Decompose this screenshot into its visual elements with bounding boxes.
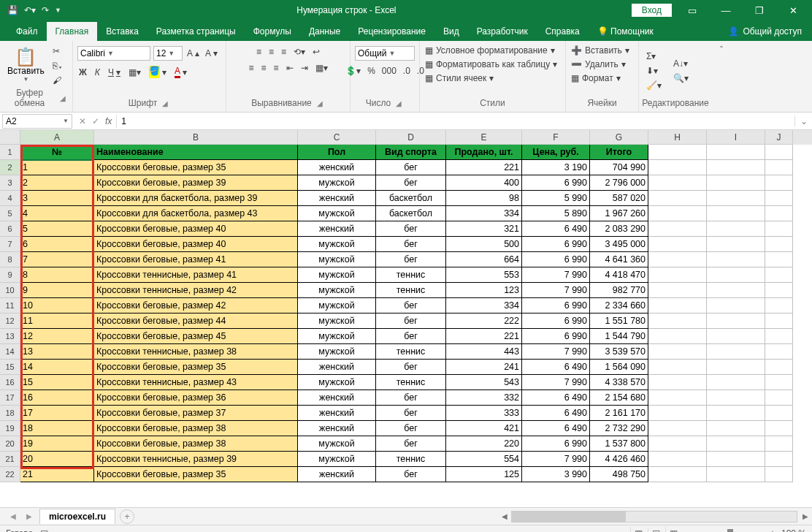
cell[interactable]: бег — [376, 221, 446, 237]
row-header[interactable]: 17 — [0, 390, 20, 406]
cell[interactable]: 2 161 170 — [590, 406, 648, 421]
minimize-icon[interactable]: — — [713, 5, 739, 16]
align-bottom-icon[interactable]: ≡ — [280, 46, 288, 58]
autosum-icon[interactable]: Σ▾ — [645, 50, 663, 62]
tab-home[interactable]: Главная — [47, 22, 98, 41]
tab-formulas[interactable]: Формулы — [245, 22, 300, 41]
row-header[interactable]: 10 — [0, 283, 20, 298]
row-header[interactable]: 22 — [0, 467, 20, 482]
format-as-table-button[interactable]: ▦ Форматировать как таблицу▾ — [424, 58, 558, 70]
collapse-ribbon-icon[interactable]: ˆ — [712, 41, 731, 112]
row-header[interactable]: 21 — [0, 452, 20, 467]
cell[interactable]: бег — [376, 252, 446, 267]
cell[interactable]: мужской — [298, 329, 376, 344]
cell[interactable]: 19 — [20, 436, 94, 452]
cell[interactable]: 2 154 680 — [590, 390, 648, 406]
cell[interactable]: женский — [298, 221, 376, 237]
cell[interactable]: 7 990 — [522, 344, 590, 360]
cell[interactable]: 664 — [446, 252, 522, 267]
number-format-combo[interactable]: Общий▼ — [355, 46, 415, 61]
col-header-G[interactable]: G — [590, 130, 648, 145]
cell[interactable]: 6 490 — [522, 221, 590, 237]
cell[interactable]: 7 990 — [522, 452, 590, 467]
cut-button[interactable]: ✂ — [51, 45, 64, 57]
cell[interactable]: 7 990 — [522, 283, 590, 298]
cell[interactable]: 3 190 — [522, 160, 590, 175]
increase-decimal-icon[interactable]: .0 — [402, 65, 412, 77]
cell[interactable]: 13 — [20, 344, 94, 360]
conditional-formatting-button[interactable]: ▦ Условное форматирование▾ — [424, 45, 556, 56]
cell[interactable]: бег — [376, 421, 446, 436]
cell[interactable]: 4 641 360 — [590, 252, 648, 267]
row-header[interactable]: 11 — [0, 298, 20, 314]
cell[interactable]: 982 770 — [590, 283, 648, 298]
cell[interactable]: 6 990 — [522, 237, 590, 252]
cell[interactable]: мужской — [298, 206, 376, 221]
cell[interactable]: Кроссовки теннисные, размер 41 — [94, 267, 298, 283]
dialog-launcher-icon[interactable]: ◢ — [394, 99, 404, 107]
enter-formula-icon[interactable]: ✓ — [92, 116, 99, 126]
cell[interactable]: Кроссовки беговые, размер 37 — [94, 406, 298, 421]
col-header-C[interactable]: C — [298, 130, 376, 145]
cell[interactable]: 587 020 — [590, 191, 648, 206]
table-header[interactable]: Итого — [590, 145, 648, 160]
row-header[interactable]: 15 — [0, 360, 20, 375]
cell[interactable]: мужской — [298, 267, 376, 283]
tab-layout[interactable]: Разметка страницы — [148, 22, 245, 41]
cell[interactable]: Кроссовки беговые, размер 40 — [94, 221, 298, 237]
bold-button[interactable]: Ж — [77, 66, 88, 78]
dialog-launcher-icon[interactable]: ◢ — [160, 99, 170, 107]
page-break-view-icon[interactable]: ▥ — [665, 527, 681, 533]
cell[interactable]: баскетбол — [376, 206, 446, 221]
sheet-nav-next-icon[interactable]: ▶ — [23, 512, 35, 520]
share-button[interactable]: 👤Общий доступ — [718, 22, 812, 41]
cell[interactable]: Кроссовки беговые, размер 42 — [94, 298, 298, 314]
sheet-tab[interactable]: microexcel.ru — [39, 509, 115, 524]
cell[interactable]: мужской — [298, 283, 376, 298]
cell[interactable]: 6 490 — [522, 406, 590, 421]
cell[interactable]: 220 — [446, 436, 522, 452]
row-header[interactable]: 20 — [0, 436, 20, 452]
cancel-formula-icon[interactable]: ✕ — [79, 116, 86, 126]
cell[interactable]: мужской — [298, 237, 376, 252]
row-header[interactable]: 9 — [0, 267, 20, 283]
undo-icon[interactable]: ↶▾ — [24, 5, 36, 15]
cell[interactable]: Кроссовки беговые, размер 35 — [94, 160, 298, 175]
cell[interactable]: 334 — [446, 298, 522, 314]
paste-button[interactable]: 📋Вставить▼ — [4, 47, 47, 84]
cell[interactable]: 554 — [446, 452, 522, 467]
cell[interactable]: 241 — [446, 360, 522, 375]
cell[interactable]: 15 — [20, 375, 94, 390]
table-header[interactable]: Цена, руб. — [522, 145, 590, 160]
cell[interactable]: 3 990 — [522, 467, 590, 482]
tab-data[interactable]: Данные — [300, 22, 349, 41]
save-icon[interactable]: 💾 — [7, 5, 18, 15]
cell[interactable]: женский — [298, 390, 376, 406]
select-all-corner[interactable] — [0, 130, 20, 145]
italic-button[interactable]: К — [93, 66, 102, 78]
cell[interactable]: 2 334 660 — [590, 298, 648, 314]
cell[interactable]: 321 — [446, 221, 522, 237]
col-header-D[interactable]: D — [376, 130, 446, 145]
cell[interactable]: Кроссовки беговые, размер 38 — [94, 436, 298, 452]
cell[interactable]: 1 544 790 — [590, 329, 648, 344]
cell[interactable]: 6 990 — [522, 298, 590, 314]
col-header-E[interactable]: E — [446, 130, 522, 145]
cell[interactable]: 18 — [20, 421, 94, 436]
col-header-I[interactable]: I — [707, 130, 765, 145]
name-box[interactable]: A2▼ — [2, 114, 72, 129]
cell[interactable]: женский — [298, 160, 376, 175]
cell[interactable]: 704 990 — [590, 160, 648, 175]
cell[interactable]: 1 — [20, 160, 94, 175]
cell[interactable]: 123 — [446, 283, 522, 298]
cell[interactable]: мужской — [298, 298, 376, 314]
clear-icon[interactable]: 🧹▾ — [645, 80, 663, 91]
cell[interactable]: 3 — [20, 191, 94, 206]
cell[interactable]: Кроссовки беговые, размер 45 — [94, 329, 298, 344]
cell[interactable]: 16 — [20, 390, 94, 406]
align-top-icon[interactable]: ≡ — [255, 46, 263, 58]
scroll-left-icon[interactable]: ◀ — [498, 512, 511, 520]
close-icon[interactable]: ✕ — [780, 5, 806, 16]
cell[interactable]: бег — [376, 390, 446, 406]
cell[interactable]: 6 990 — [522, 314, 590, 329]
